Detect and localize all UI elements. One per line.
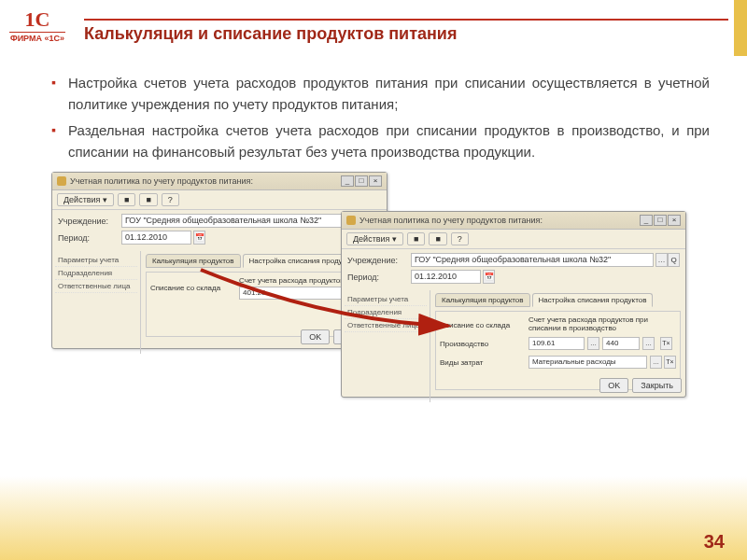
sidebar-item-params[interactable]: Параметры учета (55, 254, 137, 267)
period-input[interactable]: 01.12.2010 (411, 270, 481, 284)
window-policy-2: Учетная политика по учету продуктов пита… (341, 211, 686, 398)
sidebar-item-units[interactable]: Подразделения (345, 306, 427, 319)
open-button[interactable]: Q (668, 253, 680, 267)
sidebar-item-units[interactable]: Подразделения (55, 267, 137, 280)
sidebar-item-persons[interactable]: Ответственные лица (55, 280, 137, 293)
tab-calc[interactable]: Калькуляция продуктов (146, 254, 241, 268)
select-btn-2[interactable]: … (642, 337, 655, 350)
period-label: Период: (58, 233, 121, 243)
logo-top-text: 1C (9, 7, 65, 32)
help-button[interactable]: ? (162, 193, 179, 206)
header: 1C ФИРМА «1С» Калькуляция и списание про… (0, 0, 747, 62)
close-button[interactable]: × (369, 175, 382, 187)
toolbar-icon-1[interactable]: ■ (118, 193, 135, 206)
cost-type-input[interactable]: Материальные расходы (529, 356, 647, 369)
org-input[interactable]: ГОУ "Средняя общеобразовательная школа №… (121, 214, 355, 228)
window-icon (57, 176, 66, 186)
close-button[interactable]: × (668, 215, 681, 226)
account1-input[interactable]: 109.61 (529, 337, 585, 350)
account2-input[interactable]: 440 (602, 337, 640, 350)
side-nav: Параметры учета Подразделения Ответствен… (52, 251, 141, 354)
row-writeoff-label: Списание со склада (150, 284, 239, 292)
close-form-button[interactable]: Закрыть (632, 378, 682, 393)
window-title-text: Учетная политика по учету продуктов пита… (70, 176, 341, 186)
org-label: Учреждение: (347, 256, 411, 265)
logo-1c: 1C ФИРМА «1С» (9, 7, 65, 54)
row-costs-label: Виды затрат (440, 358, 529, 367)
ok-button[interactable]: OK (599, 378, 628, 393)
logo-bottom-text: ФИРМА «1С» (9, 32, 65, 43)
org-label: Учреждение: (58, 217, 121, 226)
period-input[interactable]: 01.12.2010 (121, 231, 191, 245)
corner-strip (734, 0, 747, 56)
side-nav: Параметры учета Подразделения Ответствен… (342, 290, 430, 402)
org-input[interactable]: ГОУ "Средняя общеобразовательная школа №… (411, 253, 654, 267)
sidebar-item-params[interactable]: Параметры учета (345, 293, 427, 306)
row-writeoff-label: Списание со склада (440, 321, 529, 329)
select-btn[interactable]: … (587, 337, 599, 350)
window-icon (346, 216, 356, 225)
account-input[interactable]: 401.20 (239, 287, 348, 300)
title-area: Калькуляция и списание продуктов питания (84, 19, 728, 44)
window-titlebar[interactable]: Учетная политика по учету продуктов пита… (342, 212, 685, 230)
period-label: Период: (347, 273, 411, 282)
form-header: Учреждение: ГОУ "Средняя общеобразовател… (342, 249, 685, 290)
select-button[interactable]: … (655, 253, 668, 267)
clear-btn[interactable]: T× (664, 356, 676, 369)
select-btn[interactable]: … (650, 356, 662, 369)
calendar-button[interactable]: 📅 (193, 231, 205, 245)
content-area: Настройка счетов учета расходов продукто… (0, 62, 747, 414)
toolbar-icon-2[interactable]: ■ (139, 193, 157, 206)
maximize-button[interactable]: □ (654, 215, 667, 226)
toolbar: Действия ▾ ■ ■ ? (342, 230, 685, 249)
calendar-button[interactable]: 📅 (483, 270, 495, 284)
page-title: Калькуляция и списание продуктов питания (84, 24, 728, 44)
form-header: Учреждение: ГОУ "Средняя общеобразовател… (52, 210, 387, 251)
toolbar-icon-1[interactable]: ■ (407, 232, 425, 245)
ok-button[interactable]: OK (301, 329, 330, 344)
row-production-label: Производство (440, 340, 529, 348)
slide: 1C ФИРМА «1С» Калькуляция и списание про… (0, 0, 747, 560)
maximize-button[interactable]: □ (355, 175, 368, 187)
toolbar-icon-2[interactable]: ■ (429, 232, 446, 245)
bullet-2: Раздельная настройка счетов учета расход… (51, 120, 710, 162)
page-number: 34 (704, 531, 725, 553)
clear-btn[interactable]: T× (660, 337, 672, 350)
tab-calc[interactable]: Калькуляция продуктов (435, 293, 530, 307)
sidebar-item-persons[interactable]: Ответственные лица (345, 319, 427, 332)
window-titlebar[interactable]: Учетная политика по учету продуктов пита… (52, 173, 387, 190)
tab-writeoff[interactable]: Настройка списания продуктов (532, 293, 654, 307)
bullet-1: Настройка счетов учета расходов продукто… (51, 73, 710, 115)
window-policy-1: Учетная политика по учету продуктов пита… (51, 172, 388, 349)
minimize-button[interactable]: _ (640, 215, 653, 226)
actions-menu[interactable]: Действия ▾ (57, 193, 114, 206)
help-button[interactable]: ? (451, 232, 469, 245)
account-prod-label: Счет учета расхода продуктов при списани… (529, 315, 676, 332)
minimize-button[interactable]: _ (341, 175, 354, 187)
toolbar: Действия ▾ ■ ■ ? (52, 190, 387, 210)
screenshots-area: Учетная политика по учету продуктов пита… (51, 172, 710, 414)
window-title-text: Учетная политика по учету продуктов пита… (359, 216, 640, 225)
actions-menu[interactable]: Действия ▾ (346, 232, 403, 245)
